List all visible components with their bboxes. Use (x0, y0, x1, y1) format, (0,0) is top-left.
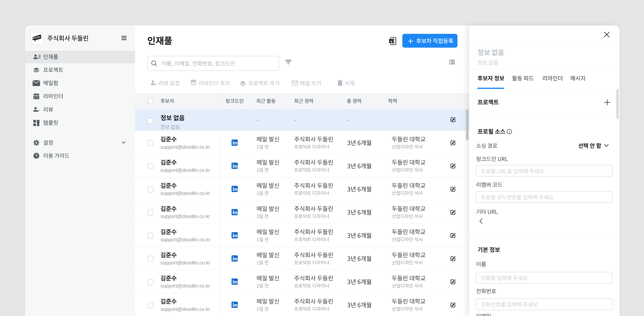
svg-text:?: ? (35, 154, 38, 158)
svg-text:x: x (390, 39, 392, 43)
